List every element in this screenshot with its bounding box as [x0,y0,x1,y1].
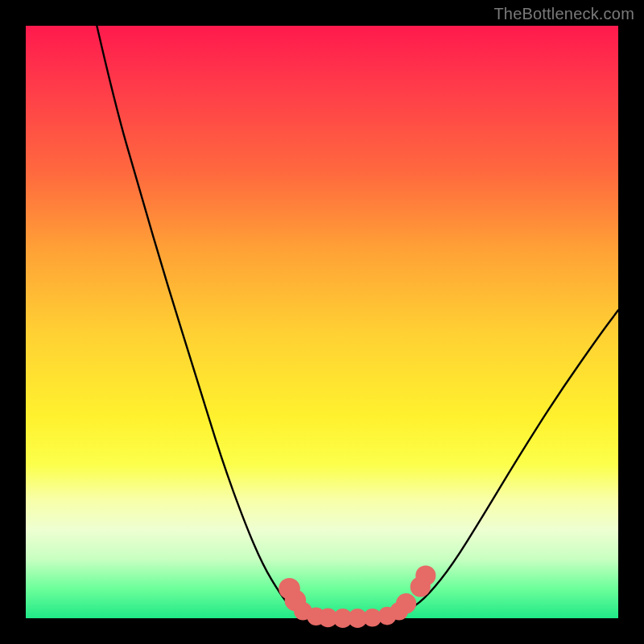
curve-marker [396,593,416,613]
curve-markers [279,565,436,627]
chart-frame: TheBottleneck.com [0,0,644,644]
bottleneck-curve [97,26,618,618]
plot-area [26,26,618,618]
chart-svg [26,26,618,618]
curve-marker [415,565,436,585]
watermark-text: TheBottleneck.com [493,5,634,23]
